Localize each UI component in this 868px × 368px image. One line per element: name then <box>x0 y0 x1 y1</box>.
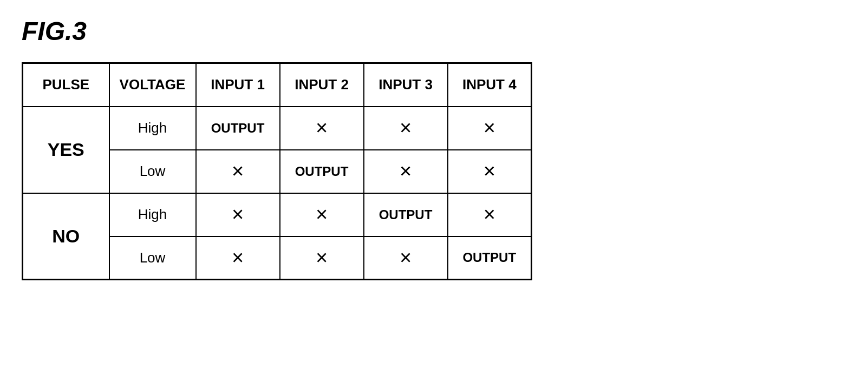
table-header-row: PULSE VOLTAGE INPUT 1 INPUT 2 INPUT 3 IN… <box>23 63 532 107</box>
input3-no-high: OUTPUT <box>364 193 448 236</box>
input4-no-low: OUTPUT <box>448 236 532 280</box>
header-input3: INPUT 3 <box>364 63 448 107</box>
input4-yes-high: × <box>448 107 532 150</box>
input3-yes-low: × <box>364 150 448 193</box>
header-input1: INPUT 1 <box>196 63 280 107</box>
header-input4: INPUT 4 <box>448 63 532 107</box>
table-wrapper: PULSE VOLTAGE INPUT 1 INPUT 2 INPUT 3 IN… <box>22 62 846 280</box>
page-container: FIG.3 PULSE VOLTAGE INPUT 1 INPUT 2 INPU… <box>0 0 868 368</box>
input2-no-high: × <box>280 193 364 236</box>
table-body: YES High OUTPUT × × × Low × OUTPUT × × N… <box>23 107 532 280</box>
input1-yes-high: OUTPUT <box>196 107 280 150</box>
input3-yes-high: × <box>364 107 448 150</box>
voltage-high-2: High <box>109 193 196 236</box>
header-input2: INPUT 2 <box>280 63 364 107</box>
header-voltage: VOLTAGE <box>109 63 196 107</box>
table-row: NO High × × OUTPUT × <box>23 193 532 236</box>
input4-yes-low: × <box>448 150 532 193</box>
table-row: YES High OUTPUT × × × <box>23 107 532 150</box>
header-pulse: PULSE <box>23 63 109 107</box>
input1-yes-low: × <box>196 150 280 193</box>
input2-yes-low: OUTPUT <box>280 150 364 193</box>
input2-yes-high: × <box>280 107 364 150</box>
voltage-high-1: High <box>109 107 196 150</box>
input2-no-low: × <box>280 236 364 280</box>
voltage-low-1: Low <box>109 150 196 193</box>
input1-no-low: × <box>196 236 280 280</box>
truth-table: PULSE VOLTAGE INPUT 1 INPUT 2 INPUT 3 IN… <box>22 62 532 280</box>
voltage-low-2: Low <box>109 236 196 280</box>
pulse-yes: YES <box>23 107 109 193</box>
input4-no-high: × <box>448 193 532 236</box>
input1-no-high: × <box>196 193 280 236</box>
input3-no-low: × <box>364 236 448 280</box>
figure-title: FIG.3 <box>22 16 846 46</box>
pulse-no: NO <box>23 193 109 280</box>
